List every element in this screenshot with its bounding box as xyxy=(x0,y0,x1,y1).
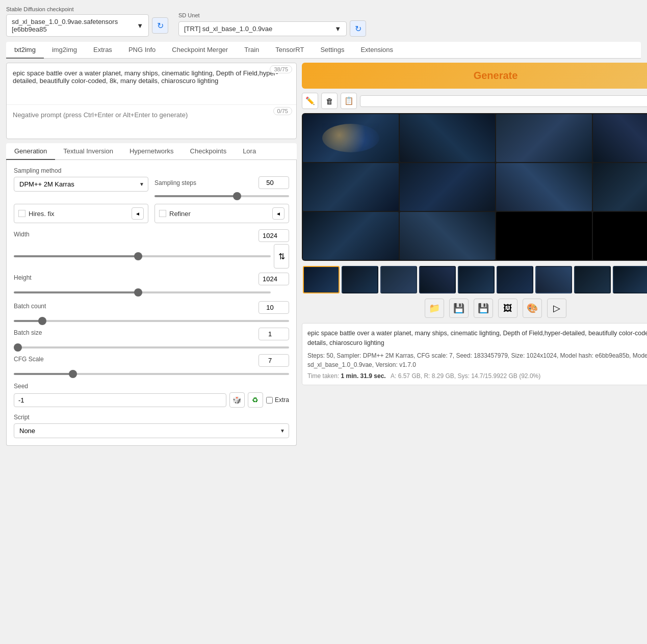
thumbnail-1[interactable] xyxy=(303,266,340,293)
vram-a-label: A: xyxy=(391,372,396,380)
send-to-img2img-button[interactable]: 💾 xyxy=(474,299,493,318)
sub-tab-checkpoints[interactable]: Checkpoints xyxy=(182,143,235,160)
nav-tabs: txt2img img2img Extras PNG Info Checkpoi… xyxy=(6,42,641,59)
image-cell-5[interactable] xyxy=(303,163,399,211)
image-info-prompt: epic space battle over a water planet, m… xyxy=(307,329,647,348)
swap-dimensions-button[interactable]: ⇅ xyxy=(274,244,289,269)
unet-refresh-button[interactable]: ↻ xyxy=(350,20,366,37)
batch-count-slider[interactable] xyxy=(14,320,289,322)
checkpoint-label: Stable Diffusion checkpoint xyxy=(6,6,168,12)
vram-r-label: R: xyxy=(424,372,430,380)
image-cell-4[interactable] xyxy=(593,114,648,162)
unet-select[interactable]: [TRT] sd_xl_base_1.0_0.9vae ▼ xyxy=(178,21,347,36)
refiner-label: Refiner xyxy=(169,210,191,218)
thumbnail-9[interactable] xyxy=(613,266,647,293)
thumbnail-7[interactable] xyxy=(535,266,572,293)
sub-tab-generation[interactable]: Generation xyxy=(6,143,55,160)
refiner-checkbox[interactable] xyxy=(159,210,166,217)
thumbnail-2[interactable] xyxy=(342,266,378,293)
thumbnail-4[interactable] xyxy=(419,266,456,293)
hires-fix-checkbox[interactable] xyxy=(18,210,25,217)
send-to-canvas-button[interactable]: 🖼 xyxy=(498,299,517,318)
sampling-steps-slider[interactable] xyxy=(154,195,289,197)
cfg-scale-label: CFG Scale xyxy=(14,356,44,363)
batch-count-label: Batch count xyxy=(14,303,46,310)
thumbnail-5[interactable] xyxy=(458,266,495,293)
image-cell-2[interactable] xyxy=(400,114,496,162)
refiner-toggle[interactable]: ◄ xyxy=(272,207,284,220)
pencil-button[interactable]: ✏️ xyxy=(302,93,318,109)
sampling-method-label: Sampling method xyxy=(14,167,148,174)
tab-settings[interactable]: Settings xyxy=(312,42,352,59)
palette-button[interactable]: 🎨 xyxy=(523,299,542,318)
sub-tab-hypernetworks[interactable]: Hypernetworks xyxy=(121,143,182,160)
vram-sys-label: Sys: xyxy=(457,372,469,380)
tab-img2img[interactable]: img2img xyxy=(44,42,85,59)
generate-button[interactable]: Generate xyxy=(302,63,647,89)
trash-button[interactable]: 🗑 xyxy=(321,93,338,109)
image-cell-7[interactable] xyxy=(496,163,592,211)
image-info-timing: Time taken: 1 min. 31.9 sec. A: 6.57 GB,… xyxy=(307,372,647,380)
batch-count-input[interactable] xyxy=(258,301,289,314)
tab-pnginfo[interactable]: PNG Info xyxy=(120,42,164,59)
image-cell-8[interactable] xyxy=(593,163,648,211)
seed-recycle-button[interactable]: ♻ xyxy=(248,392,263,408)
checkpoint-refresh-button[interactable]: ↻ xyxy=(152,17,168,34)
prompt-counter: 38/75 xyxy=(270,65,292,73)
clipboard-button[interactable]: 📋 xyxy=(341,93,357,109)
image-cell-9[interactable] xyxy=(303,212,399,260)
neg-prompt-counter: 0/75 xyxy=(273,107,292,115)
play-button[interactable]: ▷ xyxy=(547,299,566,318)
save-image-button[interactable]: 💾 xyxy=(449,299,469,318)
seed-input[interactable] xyxy=(14,393,226,407)
image-cell-11 xyxy=(496,212,592,260)
sampling-steps-input[interactable] xyxy=(258,176,289,189)
tab-tensorrt[interactable]: TensorRT xyxy=(267,42,312,59)
vram-a-value: 6.57 GB xyxy=(398,372,421,380)
width-slider[interactable] xyxy=(14,255,271,257)
extra-seed-label: Extra xyxy=(266,396,289,404)
batch-size-slider[interactable] xyxy=(14,346,289,348)
image-display: ⬇ ✕ xyxy=(302,113,647,261)
style-input[interactable] xyxy=(365,97,647,104)
open-folder-button[interactable]: 📁 xyxy=(425,299,444,318)
cfg-scale-input[interactable] xyxy=(258,354,289,367)
thumbnail-8[interactable] xyxy=(574,266,611,293)
tab-extras[interactable]: Extras xyxy=(85,42,120,59)
negative-prompt-input[interactable] xyxy=(9,107,294,135)
tab-extensions[interactable]: Extensions xyxy=(352,42,401,59)
height-input[interactable] xyxy=(258,273,289,285)
tab-train[interactable]: Train xyxy=(236,42,267,59)
seed-extra-button[interactable]: 🎲 xyxy=(229,392,245,408)
extra-seed-checkbox[interactable] xyxy=(266,397,273,404)
image-cell-3[interactable] xyxy=(496,114,592,162)
thumbnails-strip xyxy=(302,265,647,294)
sub-tabs: Generation Textual Inversion Hypernetwor… xyxy=(6,143,297,160)
time-label: Time taken: xyxy=(307,372,339,380)
seed-label: Seed xyxy=(14,383,289,390)
sampling-steps-label: Sampling steps xyxy=(154,179,196,186)
tab-checkpoint-merger[interactable]: Checkpoint Merger xyxy=(164,42,236,59)
tab-txt2img[interactable]: txt2img xyxy=(6,42,44,59)
sub-tab-lora[interactable]: Lora xyxy=(235,143,264,160)
image-cell-10[interactable] xyxy=(400,212,496,260)
thumbnail-3[interactable] xyxy=(380,266,417,293)
height-label: Height xyxy=(14,274,32,281)
height-slider[interactable] xyxy=(14,291,271,293)
script-label: Script xyxy=(14,414,289,421)
image-cell-6[interactable] xyxy=(400,163,496,211)
vram-r-value: 8.29 GB xyxy=(432,372,454,380)
batch-size-input[interactable] xyxy=(258,328,289,340)
sampling-method-select[interactable]: DPM++ 2M Karras xyxy=(14,177,148,192)
width-input[interactable] xyxy=(258,229,289,242)
thumbnail-6[interactable] xyxy=(497,266,533,293)
hires-fix-toggle[interactable]: ◄ xyxy=(132,207,144,220)
script-select[interactable]: None xyxy=(14,423,289,438)
sub-tab-textual-inversion[interactable]: Textual Inversion xyxy=(55,143,121,160)
image-info-section: epic space battle over a water planet, m… xyxy=(302,323,647,385)
cfg-scale-slider[interactable] xyxy=(14,373,289,375)
image-cell-1[interactable] xyxy=(303,114,399,162)
checkpoint-select[interactable]: sd_xl_base_1.0_0.9vae.safetensors [e6bb9… xyxy=(6,14,149,37)
positive-prompt-input[interactable]: epic space battle over a water planet, m… xyxy=(9,65,294,101)
hires-fix-label: Hires. fix xyxy=(29,210,55,218)
